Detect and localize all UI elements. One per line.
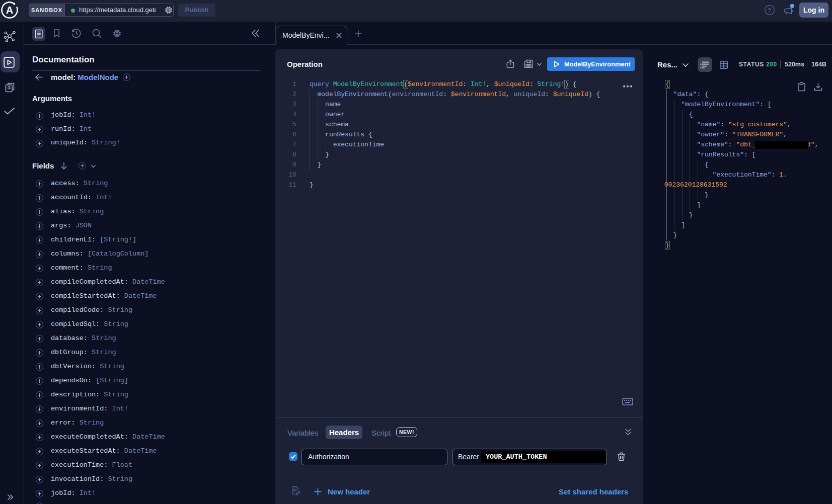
- svg-text:?: ?: [768, 7, 771, 14]
